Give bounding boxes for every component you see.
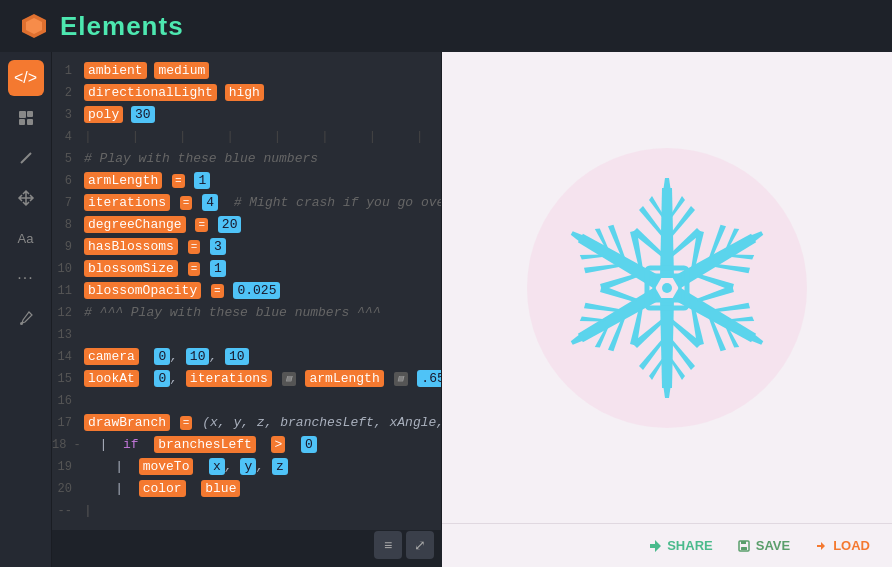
code-line-11: 11 blossomOpacity = 0.025 bbox=[52, 280, 441, 302]
code-line-4: 4 | | | | | | | | bbox=[52, 126, 441, 148]
snowflake-preview bbox=[512, 133, 822, 443]
svg-rect-22 bbox=[741, 547, 747, 550]
code-line-10: 10 blossomSize = 1 bbox=[52, 258, 441, 280]
svg-rect-23 bbox=[741, 541, 746, 544]
preview-panel: SHARE SAVE LOAD bbox=[442, 52, 892, 567]
sidebar-btn-text[interactable]: Aa bbox=[8, 220, 44, 256]
svg-point-7 bbox=[20, 322, 23, 325]
preview-footer: SHARE SAVE LOAD bbox=[442, 523, 892, 567]
code-editor[interactable]: 1 ambient medium 2 directionalLight high… bbox=[52, 52, 442, 530]
code-line-16: 16 bbox=[52, 390, 441, 412]
svg-point-19 bbox=[662, 283, 672, 293]
code-line-9: 9 hasBlossoms = 3 bbox=[52, 236, 441, 258]
code-editor-container: 1 ambient medium 2 directionalLight high… bbox=[52, 52, 442, 567]
code-line-end: -- | bbox=[52, 500, 441, 522]
app-icon bbox=[20, 12, 48, 40]
eyedropper-icon bbox=[18, 310, 34, 326]
code-line-13: 13 bbox=[52, 324, 441, 346]
code-line-14: 14 camera 0, 10, 10 bbox=[52, 346, 441, 368]
sidebar-btn-move[interactable] bbox=[8, 180, 44, 216]
code-line-6: 6 armLength = 1 bbox=[52, 170, 441, 192]
load-button[interactable]: LOAD bbox=[808, 534, 876, 557]
list-view-button[interactable]: ≡ bbox=[374, 531, 402, 559]
svg-rect-4 bbox=[19, 119, 25, 125]
sidebar-btn-more[interactable]: ··· bbox=[8, 260, 44, 296]
svg-rect-2 bbox=[19, 111, 26, 118]
svg-line-6 bbox=[21, 153, 31, 163]
code-toolbar: ≡ ⤢ bbox=[374, 531, 434, 559]
svg-rect-5 bbox=[27, 119, 33, 125]
share-button[interactable]: SHARE bbox=[642, 534, 719, 557]
svg-marker-20 bbox=[650, 540, 661, 552]
main-layout: </> Aa ··· bbox=[0, 52, 892, 567]
code-line-18: 18 - | if branchesLeft > 0 bbox=[52, 434, 441, 456]
code-line-19: 19 | moveTo x, y, z bbox=[52, 456, 441, 478]
shapes-icon bbox=[17, 109, 35, 127]
code-line-12: 12 # ^^^ Play with these blue numbers ^^… bbox=[52, 302, 441, 324]
save-button[interactable]: SAVE bbox=[731, 534, 796, 557]
load-icon bbox=[814, 539, 828, 553]
sidebar-btn-shapes[interactable] bbox=[8, 100, 44, 136]
code-line-15: 15 lookAt 0, iterations ▤ armLength ▤ .6… bbox=[52, 368, 441, 390]
code-line-3: 3 poly 30 bbox=[52, 104, 441, 126]
code-line-1: 1 ambient medium bbox=[52, 60, 441, 82]
app-header: Elements bbox=[0, 0, 892, 52]
code-line-5: 5 # Play with these blue numbers bbox=[52, 148, 441, 170]
expand-button[interactable]: ⤢ bbox=[406, 531, 434, 559]
preview-canvas bbox=[442, 52, 892, 523]
code-line-7: 7 iterations = 4 # Might crash if you go… bbox=[52, 192, 441, 214]
sidebar: </> Aa ··· bbox=[0, 52, 52, 567]
move-icon bbox=[17, 189, 35, 207]
save-icon bbox=[737, 539, 751, 553]
svg-rect-3 bbox=[27, 111, 33, 117]
code-line-20: 20 | color blue bbox=[52, 478, 441, 500]
code-line-8: 8 degreeChange = 20 bbox=[52, 214, 441, 236]
pen-icon bbox=[18, 150, 34, 166]
code-line-17: 17 drawBranch = (x, y, z, branchesLeft, … bbox=[52, 412, 441, 434]
app-title: Elements bbox=[60, 11, 184, 42]
sidebar-btn-pen[interactable] bbox=[8, 140, 44, 176]
code-line-2: 2 directionalLight high bbox=[52, 82, 441, 104]
svg-marker-24 bbox=[817, 542, 825, 550]
sidebar-btn-eyedropper[interactable] bbox=[8, 300, 44, 336]
sidebar-btn-code[interactable]: </> bbox=[8, 60, 44, 96]
share-icon bbox=[648, 539, 662, 553]
